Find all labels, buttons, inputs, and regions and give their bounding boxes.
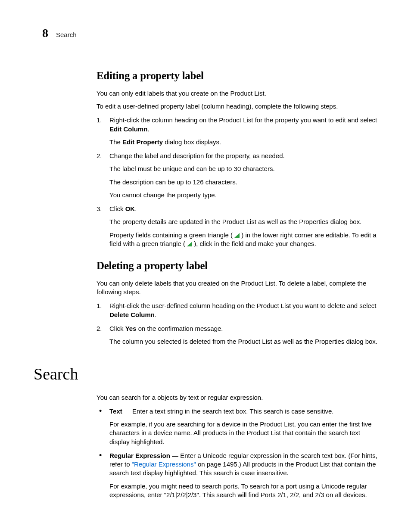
bullet-subtext: For example, if you are searching for a … [109,420,377,446]
list-item: Regular Expression — Enter a Unicode reg… [97,451,377,499]
page-content: Editing a property label You can only ed… [97,26,377,499]
running-header: 8 Search [42,25,77,41]
green-triangle-icon [187,242,192,246]
chapter-title: Search [56,31,77,39]
ordered-list-deleting: 1. Right-click the user-defined column h… [97,302,377,346]
step-subtext: The label must be unique and can be up t… [109,165,377,173]
step-number: 2. [97,152,102,160]
step-text: Click OK. [109,205,137,212]
step-subtext: The Edit Property dialog box displays. [109,138,377,146]
step-subtext: The property details are updated in the … [109,218,377,226]
step-text: Right-click the user-defined column head… [109,302,377,318]
green-triangle-icon [234,233,240,238]
step-number: 2. [97,324,102,333]
step-subtext: Property fields containing a green trian… [109,231,377,249]
step-text: Right-click the column heading on the Pr… [109,116,377,132]
step-number: 1. [97,302,102,310]
list-item: 2. Change the label and description for … [97,152,377,199]
step-subtext: The column you selected is deleted from … [109,337,377,346]
chapter-number: 8 [42,25,48,41]
paragraph: To edit a user-defined property label (c… [97,102,377,111]
heading-search: Search [34,363,377,385]
paragraph: You can only delete labels that you crea… [97,279,377,297]
bullet-text: Regular Expression — Enter a Unicode reg… [109,452,377,477]
regular-expressions-link[interactable]: "Regular Expressions" [132,460,196,468]
paragraph: You can only edit labels that you create… [97,89,377,98]
step-number: 1. [97,116,102,124]
bullet-text: Text — Enter a text string in the search… [109,408,334,415]
list-item: 3. Click OK. The property details are up… [97,205,377,248]
bullet-subtext: For example, you might need to search po… [109,482,377,500]
list-item: Text — Enter a text string in the search… [97,407,377,446]
heading-deleting-property-label: Deleting a property label [97,258,377,273]
list-item: 2. Click Yes on the confirmation message… [97,324,377,346]
bullet-list-search: Text — Enter a text string in the search… [97,407,377,499]
step-number: 3. [97,205,102,213]
list-item: 1. Right-click the user-defined column h… [97,302,377,319]
step-subtext: The description can be up to 126 charact… [109,178,377,187]
step-subtext: You cannot change the property type. [109,191,377,199]
list-item: 1. Right-click the column heading on the… [97,116,377,146]
step-text: Change the label and description for the… [109,152,285,159]
ordered-list-editing: 1. Right-click the column heading on the… [97,116,377,248]
paragraph: You can search for a objects by text or … [97,393,377,402]
step-text: Click Yes on the confirmation message. [109,325,223,332]
heading-editing-property-label: Editing a property label [97,68,377,83]
